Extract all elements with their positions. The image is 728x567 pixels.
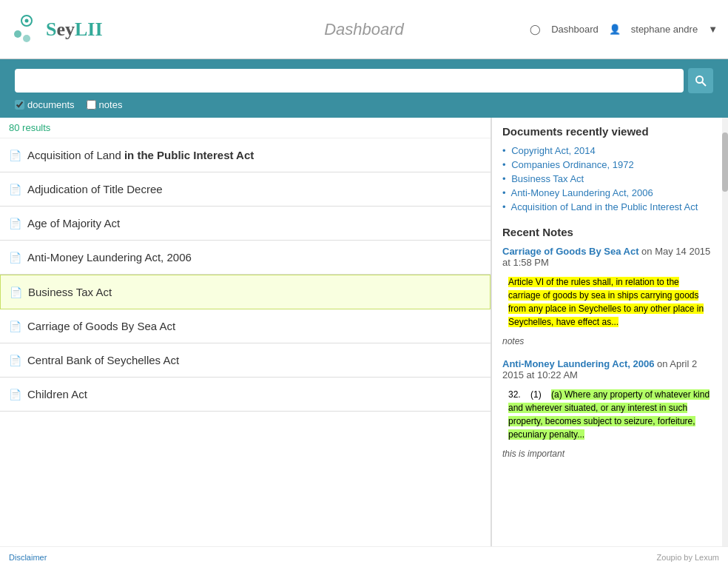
user-icon: 👤 [609,24,621,35]
main-layout: 80 results 📄 Acquisition of Land in the … [0,118,728,559]
document-icon: 📄 [9,218,21,229]
recently-viewed-link[interactable]: Companies Ordinance, 1972 [511,159,634,170]
note-1-text: Article VI of the rules shall, in relati… [508,277,704,327]
recently-viewed-link[interactable]: Anti-Money Laundering Act, 2006 [510,187,653,198]
recently-viewed-section: Documents recently viewed • Copyright Ac… [502,125,718,214]
list-item[interactable]: 📄 Acquisition of Land in the Public Inte… [0,138,491,172]
svg-point-2 [14,30,21,38]
results-count: 80 results [0,118,491,138]
list-item[interactable]: 📄 Children Act [0,378,491,412]
doc-title: Children Act [27,388,87,400]
doc-title-active: Business Tax Act [28,286,112,298]
bullet-icon: • [502,159,506,170]
list-item: • Copyright Act, 2014 [502,144,718,158]
note-2-title: Anti-Money Laundering Act, 2006 on April… [502,358,718,380]
search-row [15,68,713,93]
logo-icon [10,13,43,46]
documents-checkbox-label[interactable]: documents [15,99,75,110]
recent-notes-title: Recent Notes [502,226,718,238]
bullet-icon: • [502,187,506,198]
logo-area: SeyLII [10,13,103,46]
search-input[interactable] [15,69,684,93]
doc-title: Acquisition of Land in the Public Intere… [27,149,254,161]
document-icon: 📄 [10,286,22,298]
note-2-excerpt: 32. (1) (a) Where any property of whatev… [502,383,718,446]
recently-viewed-list: • Copyright Act, 2014 • Companies Ordina… [502,144,718,214]
search-options: documents notes [15,99,713,110]
dashboard-title: Dashboard [324,20,404,39]
list-item: • Anti-Money Laundering Act, 2006 [502,186,718,200]
recently-viewed-link[interactable]: Copyright Act, 2014 [511,145,595,156]
note-1-label: notes [502,336,718,346]
search-button[interactable] [688,68,713,93]
document-icon: 📄 [9,321,21,332]
list-item: • Companies Ordinance, 1972 [502,158,718,172]
note-2-prefix: 32. (1) [508,389,551,400]
recently-viewed-link[interactable]: Acquisition of Land in the Public Intere… [510,201,698,212]
svg-point-4 [696,76,703,83]
notes-checkbox-label[interactable]: notes [87,99,123,110]
svg-point-3 [23,35,30,42]
svg-line-5 [702,82,706,86]
doc-title: Adjudication of Title Decree [27,183,163,195]
note-card-2: Anti-Money Laundering Act, 2006 on April… [502,358,718,459]
nav-dashboard-link[interactable]: Dashboard [551,24,599,35]
document-icon: 📄 [9,252,21,264]
left-panel: 80 results 📄 Acquisition of Land in the … [0,118,491,559]
notes-checkbox[interactable] [87,100,96,110]
scrollbar[interactable] [722,118,728,559]
doc-title: Anti-Money Laundering Act, 2006 [27,251,192,264]
powered-by: Zoupio by Lexum [657,553,719,562]
footer: Disclaimer Zoupio by Lexum [0,546,728,567]
search-icon [695,75,707,87]
right-panel: Documents recently viewed • Copyright Ac… [491,118,728,559]
note-2-doc-link[interactable]: Anti-Money Laundering Act, 2006 [502,358,654,369]
doc-title: Age of Majority Act [27,217,120,229]
list-item[interactable]: 📄 Carriage of Goods By Sea Act [0,309,491,343]
bullet-icon: • [502,145,506,156]
search-section: documents notes [0,59,728,118]
list-item[interactable]: 📄 Adjudication of Title Decree [0,172,491,207]
note-1-excerpt: Article VI of the rules shall, in relati… [502,271,718,333]
list-item[interactable]: 📄 Central Bank of Seychelles Act [0,343,491,378]
recently-viewed-title: Documents recently viewed [502,125,718,138]
bullet-icon: • [502,201,506,212]
list-item[interactable]: 📄 Anti-Money Laundering Act, 2006 [0,241,491,275]
disclaimer-link[interactable]: Disclaimer [9,553,47,562]
doc-title: Carriage of Goods By Sea Act [27,320,175,332]
note-1-doc-link[interactable]: Carriage of Goods By Sea Act [502,246,638,257]
note-card-1: Carriage of Goods By Sea Act on May 14 2… [502,246,718,346]
bullet-icon: • [502,173,506,184]
nav-user-link[interactable]: stephane andre [631,24,698,35]
dashboard-icon: ◯ [530,24,541,35]
note-1-title: Carriage of Goods By Sea Act on May 14 2… [502,246,718,268]
svg-point-1 [25,19,29,22]
list-item: • Business Tax Act [502,172,718,186]
document-icon: 📄 [9,150,21,161]
list-item[interactable]: 📄 Age of Majority Act [0,207,491,241]
document-icon: 📄 [9,355,21,366]
logo-text: SeyLII [46,19,103,41]
user-dropdown-icon[interactable]: ▼ [708,24,718,35]
documents-checkbox[interactable] [15,100,24,110]
recently-viewed-link[interactable]: Business Tax Act [511,173,584,184]
doc-title: Central Bank of Seychelles Act [27,354,179,366]
note-2-label: this is important [502,449,718,459]
document-icon: 📄 [9,389,21,400]
recent-notes-section: Recent Notes Carriage of Goods By Sea Ac… [502,226,718,459]
document-icon: 📄 [9,184,21,195]
list-item: • Acquisition of Land in the Public Inte… [502,200,718,214]
header-nav: ◯ Dashboard 👤 stephane andre ▼ [530,24,718,35]
list-item-active[interactable]: 📄 Business Tax Act [0,275,491,309]
